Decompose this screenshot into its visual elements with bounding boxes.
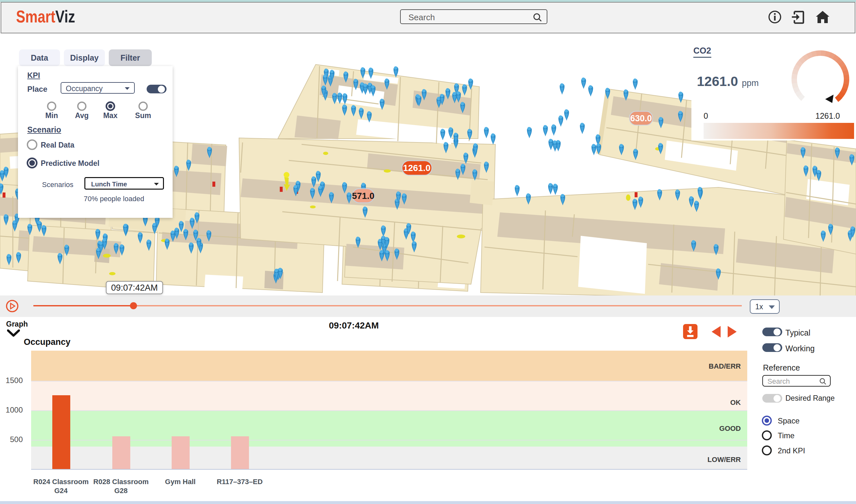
svg-text:571.0: 571.0 (352, 191, 374, 201)
svg-text:1261.0: 1261.0 (403, 163, 431, 173)
svg-text:630.0: 630.0 (630, 113, 652, 123)
